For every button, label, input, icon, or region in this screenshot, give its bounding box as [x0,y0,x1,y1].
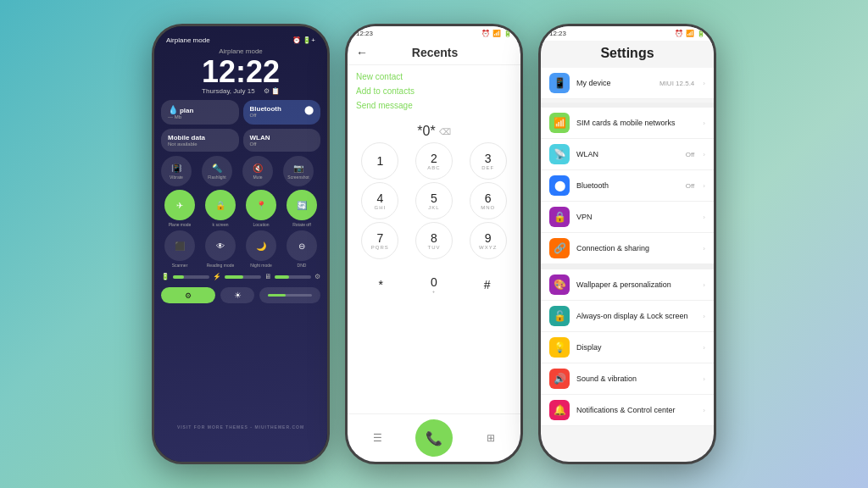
bottom-buttons: ⬛ Scanner 👁 Reading mode 🌙 Night mode ⊖ … [161,230,320,268]
settings-display[interactable]: 💡 Display › [541,332,714,363]
dial-key-3[interactable]: 3 DEF [470,142,507,180]
dial-key-star[interactable]: * [362,266,399,303]
chevron-icon-vpn: › [703,214,705,221]
settings-sound[interactable]: 🔊 Sound & vibration › [541,363,714,395]
back-button[interactable]: ← [356,46,368,59]
backspace-btn[interactable]: ⌫ [439,127,451,136]
date-line: Thursday, July 15 ⚙ 📋 [161,87,320,95]
lock-screen-btn[interactable]: 🔒 [205,190,236,220]
settings-bluetooth[interactable]: ⬤ Bluetooth Off › [541,170,714,202]
wlan-icon: 📡 [549,144,570,164]
my-device-icon: 📱 [549,73,570,93]
status-bar-2: 12:23 ⏰ 📶 🔋 [348,26,520,41]
brightness-slider[interactable]: 🔋 ⚡ 🖥 ⚙ [161,273,320,280]
dial-bottom-bar: ☰ 📞 ⊞ [348,413,520,462]
night-btn-wrap: 🌙 Night mode [242,230,280,268]
vibrate-btn[interactable]: 📳 Vibrate [161,156,192,186]
vpn-icon: 🔒 [549,207,570,227]
plane-mode-btn[interactable]: ✈ [164,190,195,220]
settings-sound-text: Sound & vibration [576,374,696,383]
wlan-value: Off [686,151,695,158]
volume-pill[interactable] [259,287,320,303]
bluetooth-icon: ⬤ [549,175,570,196]
scanner-btn[interactable]: ⬛ [164,230,195,261]
screenshot-btn[interactable]: 📷 Screenshot [283,156,314,186]
chevron-icon-sound: › [703,375,705,383]
dialer-display: *0* ⌫ 1 2 ABC 3 DEF [348,117,520,413]
dial-contacts-tab[interactable]: ⊞ [487,432,495,444]
dial-number-display: *0* ⌫ [354,120,514,142]
sound-icon: 🔊 [549,369,570,389]
dnd-btn[interactable]: ⊖ [287,230,317,261]
quick-tiles: 💧 plan --- Mb ⬤ Bluetooth Off [161,100,320,125]
reading-btn[interactable]: 👁 [205,230,236,261]
brightness-pill[interactable]: ☀ [220,287,254,303]
dial-key-5[interactable]: 5 JKL [415,182,453,219]
settings-wallpaper-text: Wallpaper & personalization [576,280,696,289]
settings-pill[interactable]: ⚙ [161,287,215,303]
settings-connection-text: Connection & sharing [576,244,696,252]
call-button[interactable]: 📞 [415,419,453,457]
wallpaper-icon: 🎨 [549,274,570,295]
chevron-icon-wlan: › [703,151,705,158]
dial-key-hash[interactable]: # [469,266,506,303]
settings-wallpaper[interactable]: 🎨 Wallpaper & personalization › [541,269,714,301]
settings-aod[interactable]: 🔓 Always-on display & Lock screen › [541,301,714,332]
bluetooth-tile[interactable]: ⬤ Bluetooth Off [243,100,321,125]
watermark: VISIT FOR MORE THEMES - MIUITHEMER.COM [154,424,327,430]
settings-wlan-text: WLAN [576,150,679,158]
bluetooth-value: Off [686,182,695,190]
data-tile[interactable]: 💧 plan --- Mb [161,100,239,125]
settings-aod-text: Always-on display & Lock screen [576,312,696,320]
clock-display: 12:22 [161,57,320,87]
status-icons-1: ⏰ 🔋+ [292,36,315,44]
settings-bluetooth-text: Bluetooth [576,181,679,190]
new-contact-link[interactable]: New contact [356,72,512,81]
wlan-tile[interactable]: WLAN Off [243,129,321,152]
dial-key-9[interactable]: 9 WXYZ [470,222,507,259]
status-bar-1: Airplane mode ⏰ 🔋+ [161,33,320,47]
phone-2: 12:23 ⏰ 📶 🔋 ← Recents New contact Add to… [345,24,523,464]
location-btn[interactable]: 📍 [246,190,276,220]
settings-sim[interactable]: 📶 SIM cards & mobile networks › [541,108,714,139]
dial-key-2[interactable]: 2 ABC [415,142,453,180]
medium-buttons: ✈ Plane mode 🔒 k screen 📍 Location 🔄 Rot… [161,190,320,227]
chevron-icon-bt: › [703,182,705,190]
add-contact-link[interactable]: Add to contacts [356,86,512,96]
dial-key-8[interactable]: 8 TUV [415,222,453,259]
dial-key-0[interactable]: 0 + [415,266,453,303]
chevron-icon-aod: › [703,313,705,320]
settings-vpn[interactable]: 🔒 VPN › [541,202,714,233]
dial-key-6[interactable]: 6 MNO [470,182,507,219]
dnd-btn-wrap: ⊖ DND [283,230,320,268]
chevron-icon-device: › [703,80,705,87]
mobile-tile[interactable]: Mobile data Not available [161,129,239,152]
dial-key-7[interactable]: 7 PQRS [361,222,398,259]
settings-connection[interactable]: 🔗 Connection & sharing › [541,233,714,264]
recents-actions: New contact Add to contacts Send message [348,65,520,117]
settings-wlan[interactable]: 📡 WLAN Off › [541,139,714,170]
rotate-btn-wrap: 🔄 Rotate off [283,190,320,227]
dial-key-1[interactable]: 1 [361,142,398,180]
send-message-link[interactable]: Send message [356,101,512,110]
dial-recents-tab[interactable]: ☰ [373,432,382,444]
settings-sim-text: SIM cards & mobile networks [576,119,696,127]
flashlight-btn[interactable]: 🔦 Flashlight [202,156,232,186]
date-icons: ⚙ 📋 [264,87,280,95]
rotate-btn[interactable]: 🔄 [287,190,317,220]
night-btn[interactable]: 🌙 [246,230,276,261]
settings-my-device[interactable]: 📱 My device MIUI 12.5.4 › [541,68,714,99]
mute-btn[interactable]: 🔇 Mute [242,156,273,186]
chevron-icon-sim: › [703,119,705,127]
dial-number-text: *0* [417,124,435,139]
bottom-row: ⚙ ☀ [161,287,320,303]
recents-title: Recents [375,46,495,59]
dial-key-4[interactable]: 4 GHI [361,182,398,219]
settings-list: 📱 My device MIUI 12.5.4 › 📶 SIM cards & … [541,64,714,462]
connection-icon: 🔗 [549,238,570,258]
small-buttons: 📳 Vibrate 🔦 Flashlight 🔇 Mute 📷 Screensh… [161,156,320,186]
location-btn-wrap: 📍 Location [242,190,280,227]
recents-header: ← Recents [348,41,520,65]
reading-btn-wrap: 👁 Reading mode [202,230,239,268]
settings-notifications[interactable]: 🔔 Notifications & Control center › [541,395,714,426]
